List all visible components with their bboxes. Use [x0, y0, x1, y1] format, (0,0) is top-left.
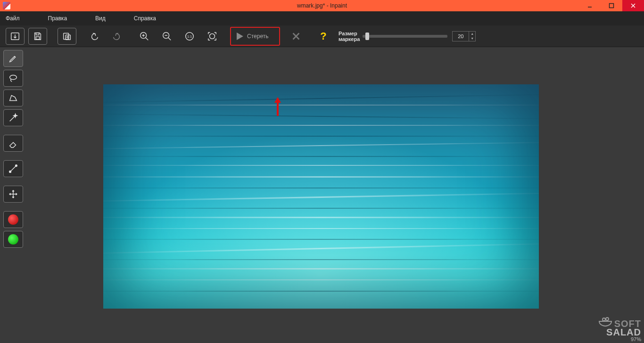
- save-button[interactable]: [28, 28, 47, 45]
- menu-file[interactable]: Файл: [6, 15, 20, 22]
- watermark: SOFT SALAD 97%: [598, 317, 641, 342]
- slider-thumb[interactable]: [365, 33, 369, 40]
- menu-edit[interactable]: Правка: [48, 15, 67, 22]
- paste-button[interactable]: [58, 28, 76, 45]
- tool-marker[interactable]: [3, 50, 23, 67]
- canvas-area[interactable]: [26, 47, 644, 343]
- marker-size-slider[interactable]: [363, 35, 447, 38]
- svg-rect-6: [36, 36, 39, 39]
- erase-button[interactable]: Стереть: [230, 27, 280, 46]
- mask-red[interactable]: [3, 211, 23, 228]
- svg-rect-5: [36, 33, 39, 35]
- line-icon: [8, 163, 18, 174]
- minimize-button[interactable]: [579, 0, 601, 11]
- zoom-fit-button[interactable]: [203, 28, 222, 45]
- svg-line-25: [11, 166, 16, 172]
- redo-button[interactable]: [107, 28, 126, 45]
- open-icon: [10, 31, 20, 41]
- spinner-arrows[interactable]: ▲▼: [469, 31, 476, 41]
- svg-line-11: [146, 37, 149, 40]
- marker-size-label: Размер маркера: [339, 31, 360, 42]
- tool-lasso[interactable]: [3, 70, 23, 87]
- zoom-out-button[interactable]: [157, 28, 176, 45]
- help-button[interactable]: ?: [314, 28, 333, 45]
- tool-eraser[interactable]: [3, 135, 23, 152]
- mask-green[interactable]: [3, 231, 23, 248]
- redo-icon: [112, 31, 122, 41]
- svg-line-15: [168, 37, 171, 40]
- bowl-icon: [598, 317, 612, 328]
- svg-point-22: [10, 75, 17, 80]
- cancel-button[interactable]: [287, 28, 305, 45]
- canvas-image[interactable]: [103, 84, 539, 309]
- menu-view[interactable]: Вид: [95, 15, 106, 22]
- tool-line[interactable]: [3, 160, 23, 177]
- erase-label: Стереть: [247, 33, 268, 40]
- red-dot-icon: [8, 214, 18, 225]
- undo-button[interactable]: [85, 28, 104, 45]
- menu-bar: Файл Правка Вид Справка: [0, 11, 644, 25]
- maximize-button[interactable]: [601, 0, 622, 11]
- zoom-out-icon: [162, 31, 172, 41]
- marker-size-spinner[interactable]: ▲▼: [452, 31, 476, 41]
- window-title: wmark.jpg* - Inpaint: [297, 2, 347, 9]
- help-icon: ?: [320, 30, 326, 42]
- svg-point-26: [603, 318, 605, 321]
- title-bar: wmark.jpg* - Inpaint: [0, 0, 644, 11]
- undo-icon: [89, 31, 99, 41]
- annotation-arrow: [274, 97, 281, 116]
- magic-wand-icon: [8, 113, 18, 123]
- toolbar: 1:1 Стереть ? Размер маркера ▲▼: [0, 25, 644, 47]
- zoom-fit-icon: [207, 31, 217, 41]
- tool-magic-wand[interactable]: [3, 109, 23, 126]
- tool-polygon[interactable]: [3, 90, 23, 106]
- eraser-icon: [8, 138, 18, 148]
- svg-text:1:1: 1:1: [187, 34, 192, 38]
- app-icon: [3, 2, 10, 9]
- window-controls: [579, 0, 644, 11]
- polygon-icon: [8, 93, 18, 103]
- svg-rect-1: [610, 4, 614, 8]
- zoom-actual-icon: 1:1: [184, 31, 195, 41]
- tool-move[interactable]: [3, 186, 23, 203]
- marker-size-input[interactable]: [452, 31, 469, 41]
- tools-sidebar: [0, 47, 26, 343]
- marker-icon: [8, 53, 18, 64]
- zoom-in-button[interactable]: [135, 28, 154, 45]
- save-icon: [33, 31, 43, 41]
- watermark-salad: SALAD: [606, 327, 641, 337]
- lasso-icon: [8, 73, 18, 83]
- menu-help[interactable]: Справка: [134, 15, 156, 22]
- zoom-in-icon: [139, 31, 149, 41]
- cancel-icon: [291, 31, 301, 41]
- play-icon: [237, 33, 243, 40]
- paste-icon: [62, 31, 72, 41]
- svg-point-27: [606, 318, 609, 320]
- move-icon: [8, 189, 18, 199]
- open-button[interactable]: [6, 28, 25, 45]
- green-dot-icon: [8, 234, 18, 245]
- close-button[interactable]: [622, 0, 644, 11]
- zoom-actual-button[interactable]: 1:1: [180, 28, 199, 45]
- svg-point-9: [67, 36, 69, 38]
- svg-point-19: [210, 33, 215, 39]
